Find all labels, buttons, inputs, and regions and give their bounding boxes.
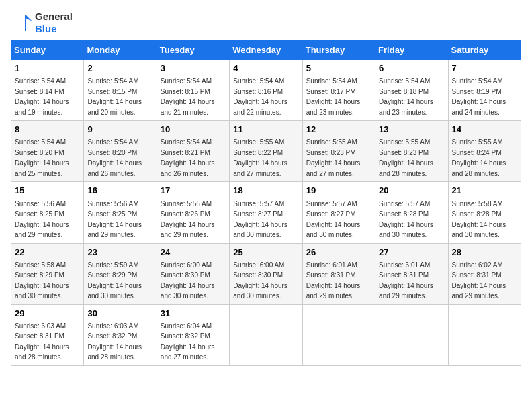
day-cell: 6 Sunrise: 5:54 AMSunset: 8:18 PMDayligh… — [375, 60, 448, 121]
day-number: 26 — [306, 246, 371, 259]
day-cell: 27 Sunrise: 6:01 AMSunset: 8:31 PMDaylig… — [375, 243, 448, 304]
week-row-1: 1 Sunrise: 5:54 AMSunset: 8:14 PMDayligh… — [11, 60, 521, 121]
day-info: Sunrise: 5:57 AMSunset: 8:27 PMDaylight:… — [306, 200, 361, 239]
day-number: 25 — [233, 246, 298, 259]
day-info: Sunrise: 6:00 AMSunset: 8:30 PMDaylight:… — [161, 261, 215, 300]
day-info: Sunrise: 5:56 AMSunset: 8:25 PMDaylight:… — [15, 200, 69, 239]
day-number: 8 — [15, 124, 80, 136]
day-cell: 7 Sunrise: 5:54 AMSunset: 8:19 PMDayligh… — [448, 60, 521, 121]
day-info: Sunrise: 5:54 AMSunset: 8:19 PMDaylight:… — [452, 77, 506, 116]
svg-marker-1 — [26, 15, 32, 21]
day-number: 30 — [87, 308, 152, 320]
header-friday: Friday — [375, 41, 448, 60]
day-cell: 1 Sunrise: 5:54 AMSunset: 8:14 PMDayligh… — [11, 60, 84, 121]
day-info: Sunrise: 6:03 AMSunset: 8:31 PMDaylight:… — [15, 322, 69, 361]
day-cell: 11 Sunrise: 5:55 AMSunset: 8:22 PMDaylig… — [230, 121, 302, 182]
day-info: Sunrise: 5:54 AMSunset: 8:14 PMDaylight:… — [15, 77, 69, 116]
day-info: Sunrise: 5:56 AMSunset: 8:25 PMDaylight:… — [87, 200, 142, 239]
day-cell: 20 Sunrise: 5:57 AMSunset: 8:28 PMDaylig… — [375, 182, 448, 243]
header-saturday: Saturday — [448, 41, 521, 60]
header-monday: Monday — [84, 41, 157, 60]
day-cell: 18 Sunrise: 5:57 AMSunset: 8:27 PMDaylig… — [230, 182, 302, 243]
day-cell: 16 Sunrise: 5:56 AMSunset: 8:25 PMDaylig… — [84, 182, 157, 243]
day-cell: 13 Sunrise: 5:55 AMSunset: 8:23 PMDaylig… — [375, 121, 448, 182]
day-info: Sunrise: 6:01 AMSunset: 8:31 PMDaylight:… — [306, 261, 361, 300]
day-info: Sunrise: 5:55 AMSunset: 8:23 PMDaylight:… — [379, 138, 433, 177]
day-info: Sunrise: 6:04 AMSunset: 8:32 PMDaylight:… — [161, 322, 215, 361]
day-cell: 21 Sunrise: 5:58 AMSunset: 8:28 PMDaylig… — [448, 182, 521, 243]
day-cell: 4 Sunrise: 5:54 AMSunset: 8:16 PMDayligh… — [230, 60, 302, 121]
day-info: Sunrise: 5:54 AMSunset: 8:20 PMDaylight:… — [15, 138, 69, 177]
day-info: Sunrise: 6:01 AMSunset: 8:31 PMDaylight:… — [379, 261, 433, 300]
day-number: 14 — [452, 124, 517, 136]
day-info: Sunrise: 5:56 AMSunset: 8:26 PMDaylight:… — [161, 200, 215, 239]
header-thursday: Thursday — [302, 41, 375, 60]
day-info: Sunrise: 5:54 AMSunset: 8:21 PMDaylight:… — [161, 138, 215, 177]
logo-general: General — [35, 11, 73, 23]
day-cell: 10 Sunrise: 5:54 AMSunset: 8:21 PMDaylig… — [157, 121, 229, 182]
day-cell: 23 Sunrise: 5:59 AMSunset: 8:29 PMDaylig… — [84, 243, 157, 304]
logo-blue: Blue — [35, 23, 73, 35]
day-cell: 30 Sunrise: 6:03 AMSunset: 8:32 PMDaylig… — [84, 304, 157, 365]
day-cell: 25 Sunrise: 6:00 AMSunset: 8:30 PMDaylig… — [230, 243, 302, 304]
day-cell: 8 Sunrise: 5:54 AMSunset: 8:20 PMDayligh… — [11, 121, 84, 182]
day-number: 5 — [306, 62, 371, 75]
day-info: Sunrise: 5:58 AMSunset: 8:28 PMDaylight:… — [452, 200, 506, 239]
day-cell: 17 Sunrise: 5:56 AMSunset: 8:26 PMDaylig… — [157, 182, 229, 243]
day-info: Sunrise: 6:02 AMSunset: 8:31 PMDaylight:… — [452, 261, 506, 300]
day-number: 20 — [379, 185, 444, 197]
day-cell: 28 Sunrise: 6:02 AMSunset: 8:31 PMDaylig… — [448, 243, 521, 304]
day-number: 12 — [306, 124, 371, 136]
day-info: Sunrise: 5:54 AMSunset: 8:16 PMDaylight:… — [233, 77, 287, 116]
header-wednesday: Wednesday — [230, 41, 302, 60]
day-info: Sunrise: 5:55 AMSunset: 8:22 PMDaylight:… — [233, 138, 287, 177]
header-sunday: Sunday — [11, 41, 84, 60]
day-info: Sunrise: 6:00 AMSunset: 8:30 PMDaylight:… — [233, 261, 287, 300]
day-info: Sunrise: 5:59 AMSunset: 8:29 PMDaylight:… — [87, 261, 142, 300]
day-info: Sunrise: 5:57 AMSunset: 8:28 PMDaylight:… — [379, 200, 433, 239]
day-info: Sunrise: 5:55 AMSunset: 8:23 PMDaylight:… — [306, 138, 361, 177]
svg-rect-0 — [11, 12, 32, 34]
day-cell — [375, 304, 448, 365]
day-number: 28 — [452, 246, 517, 259]
header-tuesday: Tuesday — [157, 41, 229, 60]
day-number: 27 — [379, 246, 444, 259]
day-number: 1 — [15, 62, 80, 75]
day-number: 9 — [87, 124, 152, 136]
day-number: 11 — [233, 124, 298, 136]
day-number: 24 — [161, 246, 226, 259]
day-cell: 24 Sunrise: 6:00 AMSunset: 8:30 PMDaylig… — [157, 243, 229, 304]
day-cell: 9 Sunrise: 5:54 AMSunset: 8:20 PMDayligh… — [84, 121, 157, 182]
day-number: 2 — [87, 62, 152, 75]
day-info: Sunrise: 5:54 AMSunset: 8:15 PMDaylight:… — [87, 77, 142, 116]
week-row-3: 15 Sunrise: 5:56 AMSunset: 8:25 PMDaylig… — [11, 182, 521, 243]
day-number: 15 — [15, 185, 80, 197]
day-cell: 22 Sunrise: 5:58 AMSunset: 8:29 PMDaylig… — [11, 243, 84, 304]
page-header: General Blue — [11, 11, 521, 35]
day-cell — [448, 304, 521, 365]
day-cell: 15 Sunrise: 5:56 AMSunset: 8:25 PMDaylig… — [11, 182, 84, 243]
day-number: 31 — [161, 308, 226, 320]
day-cell: 31 Sunrise: 6:04 AMSunset: 8:32 PMDaylig… — [157, 304, 229, 365]
day-info: Sunrise: 5:54 AMSunset: 8:17 PMDaylight:… — [306, 77, 361, 116]
logo: General Blue — [11, 11, 73, 35]
day-info: Sunrise: 5:54 AMSunset: 8:20 PMDaylight:… — [87, 138, 142, 177]
day-cell: 19 Sunrise: 5:57 AMSunset: 8:27 PMDaylig… — [302, 182, 375, 243]
day-number: 18 — [233, 185, 298, 197]
day-number: 19 — [306, 185, 371, 197]
day-cell: 3 Sunrise: 5:54 AMSunset: 8:15 PMDayligh… — [157, 60, 229, 121]
logo-svg — [11, 12, 32, 34]
day-info: Sunrise: 5:58 AMSunset: 8:29 PMDaylight:… — [15, 261, 69, 300]
day-info: Sunrise: 5:55 AMSunset: 8:24 PMDaylight:… — [452, 138, 506, 177]
day-cell: 2 Sunrise: 5:54 AMSunset: 8:15 PMDayligh… — [84, 60, 157, 121]
calendar-header-row: SundayMondayTuesdayWednesdayThursdayFrid… — [11, 41, 521, 60]
day-cell: 26 Sunrise: 6:01 AMSunset: 8:31 PMDaylig… — [302, 243, 375, 304]
day-number: 23 — [87, 246, 152, 259]
day-number: 29 — [15, 308, 80, 320]
day-cell — [302, 304, 375, 365]
day-cell — [230, 304, 302, 365]
day-cell: 14 Sunrise: 5:55 AMSunset: 8:24 PMDaylig… — [448, 121, 521, 182]
day-cell: 29 Sunrise: 6:03 AMSunset: 8:31 PMDaylig… — [11, 304, 84, 365]
day-number: 21 — [452, 185, 517, 197]
day-info: Sunrise: 5:54 AMSunset: 8:18 PMDaylight:… — [379, 77, 433, 116]
